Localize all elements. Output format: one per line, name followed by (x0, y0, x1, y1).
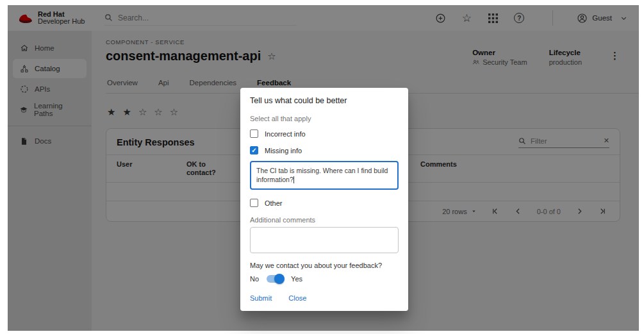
dialog-subtitle: Select all that apply (250, 115, 399, 122)
toggle-on-label: Yes (291, 275, 302, 283)
checkbox-incorrect-info[interactable]: ✓ Incorrect info (250, 128, 399, 139)
toggle-knob (274, 274, 285, 284)
checkbox-icon: ✓ (250, 199, 258, 207)
checkbox-icon: ✓ (250, 146, 258, 154)
additional-comments-label: Additional comments (250, 216, 399, 224)
toggle-off-label: No (250, 275, 259, 283)
checkbox-missing-info[interactable]: ✓ Missing info (250, 145, 399, 156)
feedback-dialog: Tell us what could be better Select all … (240, 88, 408, 311)
text-cursor (293, 176, 294, 183)
additional-comments-textarea[interactable] (250, 227, 399, 253)
contact-question: May we contact you about your feedback? (250, 262, 399, 269)
missing-info-textarea[interactable]: The CI tab is missing. Where can I find … (250, 161, 399, 190)
checkbox-icon: ✓ (250, 129, 258, 138)
contact-toggle-row: No Yes (250, 275, 399, 283)
checkbox-other[interactable]: ✓ Other (250, 197, 399, 208)
contact-toggle-switch[interactable] (267, 275, 283, 283)
close-button[interactable]: Close (288, 294, 306, 302)
submit-button[interactable]: Submit (250, 294, 272, 302)
dialog-title: Tell us what could be better (250, 96, 399, 105)
